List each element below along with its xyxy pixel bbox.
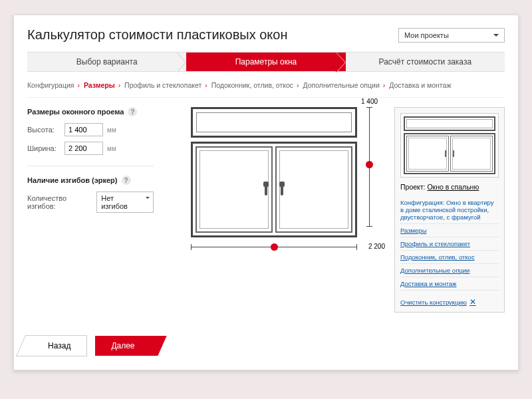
height-readout: 1 400 <box>361 98 378 105</box>
side-link-config[interactable]: Конфигурация: Окно в квартиру в доме ста… <box>400 196 499 224</box>
side-link-sizes[interactable]: Размеры <box>400 224 499 237</box>
width-input[interactable] <box>65 142 103 155</box>
dimension-horizontal: 2 200 <box>191 241 357 255</box>
side-link-sill[interactable]: Подоконник, отлив, откос <box>400 251 499 264</box>
width-label: Ширина: <box>27 144 61 152</box>
window-preview: 1 400 2 200 <box>163 107 385 313</box>
step-params[interactable]: Параметры окна <box>186 52 345 72</box>
crumb-profile[interactable]: Профиль и стеклопакет <box>124 81 201 89</box>
crumb-config[interactable]: Конфигурация <box>27 81 74 89</box>
side-link-profile[interactable]: Профиль и стеклопакет <box>400 237 499 251</box>
calculator-card: Калькулятор стоимости пластиковых окон М… <box>13 15 519 370</box>
width-readout: 2 200 <box>368 243 385 250</box>
next-button[interactable]: Далее <box>95 336 154 356</box>
side-link-delivery[interactable]: Доставка и монтаж <box>400 277 499 291</box>
help-icon[interactable]: ? <box>128 107 137 116</box>
height-slider-knob[interactable] <box>366 161 373 168</box>
crumb-delivery[interactable]: Доставка и монтаж <box>389 81 451 89</box>
back-button[interactable]: Назад <box>27 335 87 356</box>
unit-mm: мм <box>107 126 116 134</box>
step-cost[interactable]: Расчёт стоимости заказа <box>346 52 505 72</box>
crumb-sizes[interactable]: Размеры <box>84 81 115 89</box>
handle-icon <box>265 184 267 196</box>
crumb-options[interactable]: Дополнительные опции <box>303 81 379 89</box>
form-panel: Размеры оконного проема ? Высота: мм Шир… <box>27 107 154 313</box>
project-label: Проект: <box>400 183 426 191</box>
side-link-options[interactable]: Дополнительные опции <box>400 264 499 277</box>
page-title: Калькулятор стоимости пластиковых окон <box>27 27 288 43</box>
width-slider-knob[interactable] <box>271 243 278 251</box>
project-name[interactable]: Окно в спальню <box>427 183 479 191</box>
handle-icon <box>281 184 283 196</box>
window-transom <box>191 107 357 138</box>
bends-select[interactable]: Нет изгибов <box>96 192 154 213</box>
window-sash-left <box>196 146 273 233</box>
height-label: Высота: <box>27 126 61 134</box>
crumb-sill[interactable]: Подоконник, отлив, откос <box>211 81 293 89</box>
mini-preview <box>400 113 499 178</box>
close-icon: ✕ <box>469 297 476 307</box>
height-input[interactable] <box>65 123 103 136</box>
unit-mm: мм <box>107 145 116 152</box>
dimension-vertical: 1 400 <box>364 107 384 227</box>
bends-label: Количество изгибов: <box>27 194 92 210</box>
clear-construction[interactable]: Очистить конструкцию✕ <box>400 297 499 307</box>
section-bends: Наличие изгибов (эркер) <box>27 176 118 184</box>
window-sash-right <box>275 146 352 233</box>
help-icon[interactable]: ? <box>122 176 131 185</box>
project-sidebar: Проект: Окно в спальню Конфигурация: Окн… <box>394 107 505 313</box>
breadcrumb: Конфигурация› Размеры› Профиль и стеклоп… <box>27 77 505 98</box>
my-projects-dropdown[interactable]: Мои проекты <box>398 28 505 43</box>
section-opening-size: Размеры оконного проема <box>27 108 124 116</box>
step-variant[interactable]: Выбор варианта <box>27 52 186 72</box>
wizard-steps: Выбор варианта Параметры окна Расчёт сто… <box>27 52 505 72</box>
